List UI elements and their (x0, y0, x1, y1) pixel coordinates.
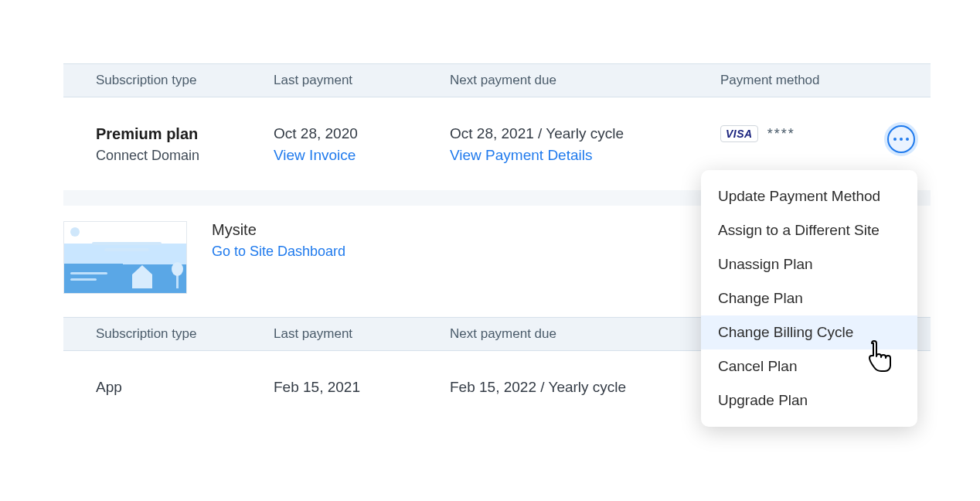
menu-item-change-billing-cycle[interactable]: Change Billing Cycle (701, 315, 917, 349)
menu-item-change-plan[interactable]: Change Plan (701, 281, 917, 315)
column-header-method: Payment method (720, 73, 931, 88)
plan-name: Premium plan (96, 125, 274, 143)
next-payment-date: Feb 15, 2022 / Yearly cycle (450, 379, 720, 396)
site-thumbnail (63, 221, 187, 294)
more-dots-icon (906, 138, 909, 141)
plan-subtitle: Connect Domain (96, 148, 274, 164)
menu-item-cancel-plan[interactable]: Cancel Plan (701, 349, 917, 383)
column-header-next: Next payment due (450, 326, 720, 342)
menu-item-assign-to-a-different-site[interactable]: Assign to a Different Site (701, 213, 917, 247)
card-last-digits-mask: **** (767, 126, 795, 142)
menu-item-upgrade-plan[interactable]: Upgrade Plan (701, 383, 917, 418)
column-header-type: Subscription type (96, 73, 274, 88)
column-header-last: Last payment (274, 73, 450, 88)
plan-name: App (96, 379, 274, 396)
subscriptions-header-row: Subscription type Last payment Next paym… (63, 63, 931, 97)
menu-item-update-payment-method[interactable]: Update Payment Method (701, 179, 917, 213)
row-actions-button[interactable] (887, 125, 915, 153)
menu-item-unassign-plan[interactable]: Unassign Plan (701, 247, 917, 281)
last-payment-date: Feb 15, 2021 (274, 379, 450, 396)
more-dots-icon (893, 138, 897, 141)
column-header-next: Next payment due (450, 73, 720, 88)
more-dots-icon (900, 138, 903, 141)
go-to-dashboard-link[interactable]: Go to Site Dashboard (212, 244, 345, 260)
view-payment-details-link[interactable]: View Payment Details (450, 147, 720, 164)
next-payment-date: Oct 28, 2021 / Yearly cycle (450, 125, 720, 142)
view-invoice-link[interactable]: View Invoice (274, 147, 450, 164)
column-header-type: Subscription type (96, 326, 274, 342)
card-brand-visa-icon: VISA (720, 125, 758, 142)
column-header-last: Last payment (274, 326, 450, 342)
site-name: Mysite (212, 221, 345, 239)
row-actions-menu: Update Payment MethodAssign to a Differe… (701, 170, 917, 427)
last-payment-date: Oct 28, 2020 (274, 125, 450, 142)
